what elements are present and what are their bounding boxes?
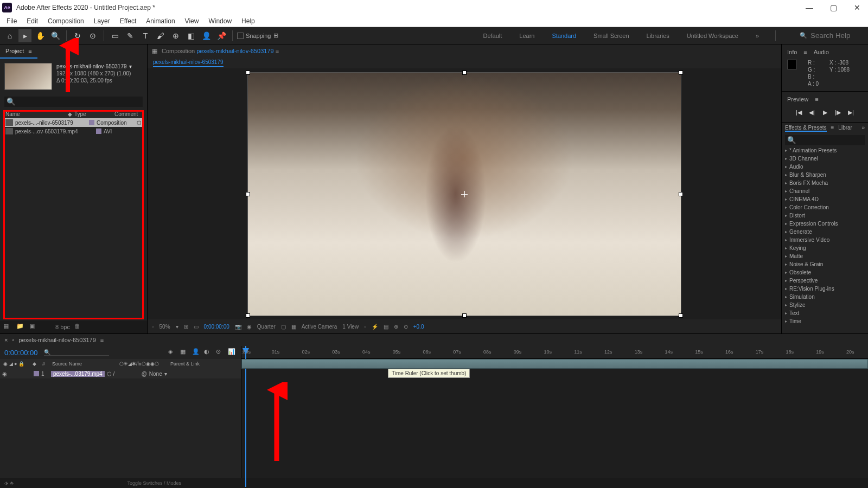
rect-tool[interactable]: ▭ [108, 29, 122, 42]
current-time-display[interactable]: 0:00:00:00 [4, 349, 37, 357]
timeline-tracks-area[interactable]: :00s01s02s03s04s05s06s07s08s09s10s11s12s… [241, 346, 868, 478]
workspace-libraries[interactable]: Libraries [643, 30, 673, 41]
layer-switches[interactable]: ⬡ / [107, 371, 139, 377]
timeline-close-icon[interactable]: × [4, 337, 8, 343]
shy-button[interactable]: 👤 [192, 348, 201, 357]
effect-category[interactable]: Text [783, 309, 867, 317]
menu-animation[interactable]: Animation [142, 16, 179, 26]
overflow-icon[interactable]: » [861, 125, 865, 132]
project-search[interactable] [4, 97, 143, 107]
effect-category[interactable]: Keying [783, 244, 867, 252]
panel-menu-icon[interactable]: ≡ [28, 48, 31, 54]
effect-category[interactable]: Blur & Sharpen [783, 171, 867, 179]
menu-file[interactable]: File [2, 16, 21, 26]
effect-category[interactable]: Expression Controls [783, 220, 867, 228]
help-search-input[interactable] [810, 31, 865, 40]
last-frame-button[interactable]: ▶| [847, 108, 856, 117]
first-frame-button[interactable]: |◀ [795, 108, 803, 117]
effect-category[interactable]: Obsolete [783, 268, 867, 277]
source-name-header[interactable]: Source Name [51, 361, 116, 367]
color-depth-button[interactable] [42, 323, 51, 331]
effect-category[interactable]: CINEMA 4D [783, 195, 867, 203]
timeline-tab[interactable]: pexels-mikhail-nilov-6503179 [18, 337, 95, 343]
camera-dropdown[interactable]: Active Camera [302, 324, 337, 330]
motion-blur-button[interactable]: ⊙ [216, 348, 225, 357]
toggle-switches-button[interactable]: Toggle Switches / Modes [127, 480, 182, 486]
effect-category[interactable]: Generate [783, 228, 867, 236]
composition-viewer[interactable] [148, 68, 781, 319]
preview-tab[interactable]: Preview [787, 96, 808, 102]
handle-top-mid[interactable] [462, 70, 467, 75]
orbit-tool[interactable]: ↻ [71, 29, 84, 42]
handle-bot-mid[interactable] [462, 313, 467, 318]
rotation-tool[interactable]: ⊙ [86, 29, 99, 42]
effect-category[interactable]: 3D Channel [783, 155, 867, 163]
effect-category[interactable]: * Animation Presets [783, 146, 867, 155]
text-tool[interactable]: T [139, 29, 152, 42]
pixel-aspect-button[interactable]: ▫ [364, 324, 366, 330]
roi-button[interactable]: ▢ [281, 324, 286, 330]
quality-dropdown[interactable]: Quarter [257, 324, 276, 330]
handle-mid-left[interactable] [246, 192, 250, 196]
channel-button[interactable]: ◉ [247, 324, 252, 330]
effect-category[interactable]: RE:Vision Plug-ins [783, 285, 867, 293]
frame-blend-button[interactable]: ◐ [204, 348, 213, 357]
comp-mini-flowchart[interactable]: ◈ [168, 348, 177, 357]
flowchart-icon[interactable]: ▦ [152, 48, 157, 55]
menu-effect[interactable]: Effect [116, 16, 141, 26]
snapping-toggle[interactable]: Snapping ⊞ [237, 32, 278, 39]
project-item-comp[interactable]: pexels-...-nilov-6503179 Composition ⬡ [3, 118, 144, 127]
effect-category[interactable]: Perspective [783, 277, 867, 285]
comp-name[interactable]: pexels-mikhail-nilov-6503179 [56, 63, 132, 70]
menu-layer[interactable]: Layer [90, 16, 114, 26]
puppet-tool[interactable]: 📌 [215, 29, 228, 42]
handle-bot-right[interactable] [679, 313, 683, 318]
audio-tab[interactable]: Audio [814, 49, 829, 55]
project-thumbnail[interactable] [4, 63, 52, 90]
effect-category[interactable]: Simulation [783, 293, 867, 301]
flowchart-button[interactable]: ⊕ [394, 324, 398, 330]
handle-bot-left[interactable] [246, 313, 250, 318]
view-dropdown[interactable]: 1 View [342, 324, 359, 330]
next-frame-button[interactable]: |▶ [834, 108, 843, 117]
interpret-footage-button[interactable]: ▦ [3, 323, 12, 331]
workspace-standard[interactable]: Standard [548, 30, 579, 41]
effect-category[interactable]: Noise & Grain [783, 260, 867, 268]
info-menu-icon[interactable]: ≡ [803, 49, 807, 55]
toggle-switches-icon[interactable]: ⬗ ⬘ [4, 480, 14, 486]
snapping-checkbox[interactable] [237, 33, 244, 39]
handle-top-left[interactable] [246, 70, 250, 75]
timeline-menu-icon[interactable]: ≡ [100, 337, 104, 343]
layer-label[interactable] [34, 371, 39, 376]
project-items-list[interactable]: Name ◆ Type Comment pexels-...-nilov-650… [3, 110, 144, 319]
info-tab[interactable]: Info [787, 49, 797, 55]
workspace-overflow[interactable]: » [752, 30, 762, 41]
hand-tool[interactable]: ✋ [34, 29, 47, 42]
timeline-search[interactable] [44, 349, 109, 356]
current-time[interactable]: 0:00:00:00 [204, 324, 229, 330]
tab-menu-icon[interactable]: ≡ [276, 48, 279, 54]
grid-button[interactable]: ⊞ [184, 324, 188, 330]
col-type[interactable]: Type [74, 111, 112, 117]
comp-breadcrumb[interactable]: pexels-mikhail-nilov-6503179 [153, 59, 224, 67]
home-tool[interactable]: ⌂ [3, 29, 16, 42]
effect-category[interactable]: Audio [783, 163, 867, 171]
parent-dropdown-arrow[interactable]: ▾ [164, 371, 167, 377]
col-comment[interactable]: Comment [114, 111, 142, 117]
help-search[interactable]: 🔍 [800, 31, 865, 40]
menu-help[interactable]: Help [237, 16, 259, 26]
play-button[interactable]: ▶ [821, 108, 829, 117]
parent-dropdown[interactable]: None [149, 371, 162, 377]
effect-category[interactable]: Time [783, 317, 867, 325]
effect-category[interactable]: Boris FX Mocha [783, 179, 867, 187]
magnification-button[interactable]: ▫ [152, 324, 154, 330]
effects-search[interactable] [785, 135, 865, 145]
snapshot-button[interactable]: 📷 [235, 324, 241, 330]
graph-editor-button[interactable]: 📊 [228, 348, 237, 357]
fast-preview-button[interactable]: ⚡ [372, 324, 378, 330]
effect-category[interactable]: Channel [783, 187, 867, 195]
timeline-button[interactable]: ▤ [384, 324, 388, 330]
label-swatch[interactable] [96, 129, 101, 134]
timeline-lock-icon[interactable]: ▫ [12, 337, 14, 343]
workspace-untitled[interactable]: Untitled Workspace [684, 30, 742, 41]
